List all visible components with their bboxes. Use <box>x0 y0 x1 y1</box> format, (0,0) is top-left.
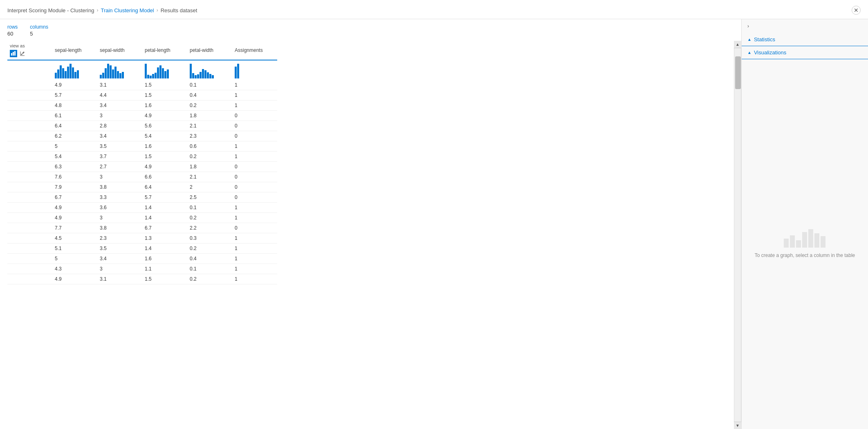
table-cell: 0.1 <box>187 203 232 213</box>
table-cell: 3.7 <box>97 152 142 162</box>
histogram-bar <box>62 68 64 78</box>
table-cell: 0.2 <box>187 274 232 284</box>
table-row[interactable]: 7.73.86.72.20 <box>7 223 277 233</box>
scrollbar[interactable]: ▲ ▼ <box>734 41 741 429</box>
placeholder-bar-7 <box>821 236 825 248</box>
table-scroll-wrapper[interactable]: view as <box>7 41 734 429</box>
scroll-up-arrow[interactable]: ▲ <box>734 41 741 48</box>
scroll-thumb[interactable] <box>735 56 741 89</box>
table-cell: 1 <box>232 213 277 223</box>
histogram-bar <box>102 73 104 78</box>
table-cell: 1 <box>232 90 277 101</box>
expand-icon[interactable]: › <box>747 23 749 29</box>
table-row[interactable]: 4.331.10.11 <box>7 264 277 274</box>
table-cell: 1.8 <box>187 111 232 121</box>
table-row[interactable]: 5.43.71.50.21 <box>7 152 277 162</box>
table-row[interactable]: 4.931.40.21 <box>7 213 277 223</box>
histogram-bar <box>119 73 121 78</box>
col-petal-width[interactable]: petal-width <box>187 41 232 60</box>
table-row[interactable]: 5.13.51.40.21 <box>7 244 277 254</box>
svg-rect-1 <box>13 52 14 56</box>
scroll-down-arrow[interactable]: ▼ <box>734 422 741 429</box>
table-row[interactable]: 7.636.62.10 <box>7 172 277 182</box>
bar-view-icon[interactable] <box>10 50 17 57</box>
table-cell: 6.7 <box>142 223 187 233</box>
histogram-bar <box>202 69 204 78</box>
table-cell: 4.3 <box>52 264 97 274</box>
table-cell: 1 <box>232 233 277 244</box>
table-row[interactable]: 6.32.74.91.80 <box>7 162 277 172</box>
table-cell: 5.4 <box>142 131 187 141</box>
table-cell: 2.7 <box>97 162 142 172</box>
rows-label: rows <box>7 24 18 30</box>
histogram-bar <box>55 73 57 78</box>
table-cell: 2.5 <box>187 192 232 203</box>
histogram-bar <box>192 73 194 78</box>
table-cell: 1.4 <box>142 244 187 254</box>
table-cell: 3.4 <box>97 254 142 264</box>
breadcrumb-separator-1: › <box>96 7 98 13</box>
row-number <box>7 213 52 223</box>
vis-placeholder: To create a graph, select a column in th… <box>755 229 855 259</box>
scroll-track <box>734 48 741 422</box>
statistics-section-header[interactable]: ▲ Statistics <box>742 33 868 46</box>
histogram-bar <box>152 74 154 78</box>
col-assignments[interactable]: Assignments <box>232 41 277 60</box>
statistics-collapse-arrow: ▲ <box>747 37 751 42</box>
table-cell: 5.7 <box>142 192 187 203</box>
table-cell: 1 <box>232 244 277 254</box>
table-cell: 1.5 <box>142 152 187 162</box>
col-sepal-length[interactable]: sepal-length <box>52 41 97 60</box>
row-number <box>7 182 52 192</box>
table-row[interactable]: 4.52.31.30.31 <box>7 233 277 244</box>
table-cell: 1.4 <box>142 203 187 213</box>
histogram-bar <box>235 67 237 78</box>
breadcrumb-part2[interactable]: Train Clustering Model <box>101 7 154 13</box>
histogram-bar <box>164 71 166 78</box>
table-cell: 0 <box>232 223 277 233</box>
row-number <box>7 141 52 152</box>
table-row[interactable]: 6.23.45.42.30 <box>7 131 277 141</box>
table-row[interactable]: 4.83.41.60.21 <box>7 101 277 111</box>
table-row[interactable]: 53.41.60.41 <box>7 254 277 264</box>
histogram-bar <box>60 65 62 78</box>
right-top: › <box>742 19 868 33</box>
table-row[interactable]: 4.93.61.40.11 <box>7 203 277 213</box>
row-number <box>7 254 52 264</box>
histogram-bar <box>159 65 161 78</box>
placeholder-bar-6 <box>814 233 819 248</box>
col-petal-length[interactable]: petal-length <box>142 41 187 60</box>
histogram-bar <box>107 64 109 78</box>
row-number <box>7 121 52 131</box>
close-button[interactable]: ✕ <box>852 6 861 15</box>
svg-rect-0 <box>11 53 12 56</box>
histogram-bar <box>207 72 209 78</box>
table-cell: 3.6 <box>97 203 142 213</box>
col-sepal-width[interactable]: sepal-width <box>97 41 142 60</box>
table-row[interactable]: 4.93.11.50.21 <box>7 274 277 284</box>
table-cell: 5.7 <box>52 90 97 101</box>
view-as-icons: view as <box>10 43 47 48</box>
row-number <box>7 80 52 90</box>
table-cell: 1.6 <box>142 254 187 264</box>
table-row[interactable]: 5.74.41.50.41 <box>7 90 277 101</box>
middle-scroll: view as <box>7 41 741 429</box>
row-number <box>7 172 52 182</box>
scatter-view-icon[interactable] <box>19 50 26 57</box>
table-cell: 0.1 <box>187 80 232 90</box>
table-cell: 3.4 <box>97 131 142 141</box>
table-row[interactable]: 6.134.91.80 <box>7 111 277 121</box>
table-cell: 4.9 <box>52 203 97 213</box>
view-as-label: view as <box>10 43 25 48</box>
view-icon-row <box>10 50 47 57</box>
table-cell: 4.9 <box>52 80 97 90</box>
table-cell: 1.4 <box>142 213 187 223</box>
table-row[interactable]: 7.93.86.420 <box>7 182 277 192</box>
table-cell: 1 <box>232 80 277 90</box>
visualizations-section-header[interactable]: ▲ Visualizations <box>742 46 868 59</box>
table-row[interactable]: 53.51.60.61 <box>7 141 277 152</box>
table-row[interactable]: 6.42.85.62.10 <box>7 121 277 131</box>
table-row[interactable]: 4.93.11.50.11 <box>7 80 277 90</box>
table-row[interactable]: 6.73.35.72.50 <box>7 192 277 203</box>
table-cell: 0 <box>232 162 277 172</box>
